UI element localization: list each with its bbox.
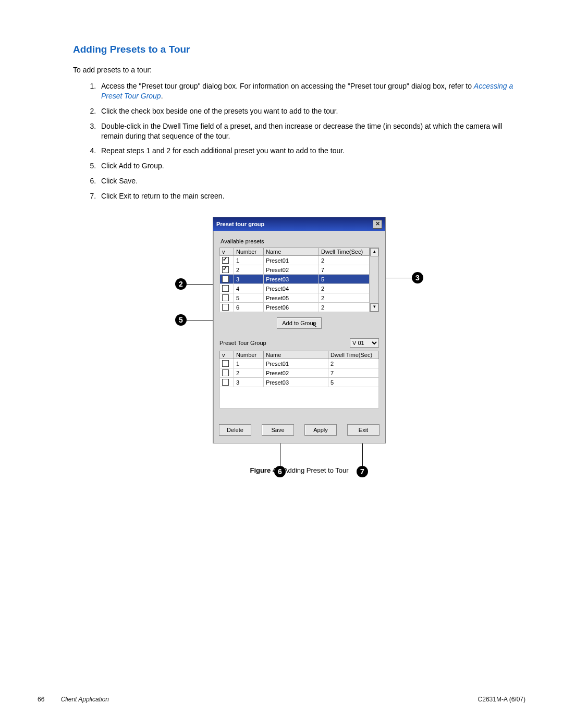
table-row[interactable]: 5Preset052	[220, 293, 370, 303]
cell-dwell[interactable]: 7	[328, 368, 379, 378]
preset-checkbox[interactable]	[222, 257, 229, 264]
preset-tour-group-dialog: Preset tour group ✕ Available presets v …	[213, 217, 386, 443]
cell-number: 3	[234, 378, 264, 387]
tour-group-table: v Number Name Dwell Time(Sec) 1Preset012…	[219, 351, 379, 387]
callout-2-lead	[187, 284, 213, 285]
preset-checkbox[interactable]	[222, 360, 229, 367]
scroll-down-icon[interactable]: ▾	[370, 303, 378, 312]
intro-text: To add presets to a tour:	[73, 66, 525, 74]
page-footer: 66 Client Application C2631M-A (6/07)	[0, 696, 563, 703]
cell-name: Preset04	[264, 284, 319, 293]
table-row[interactable]: 1Preset012	[220, 256, 370, 265]
cell-name: Preset05	[264, 293, 319, 303]
step-1: Access the "Preset tour group" dialog bo…	[98, 81, 525, 101]
available-presets-table: v Number Name Dwell Time(Sec) 1Preset012…	[219, 248, 370, 312]
col-name-2[interactable]: Name	[264, 351, 328, 359]
cell-name: Preset01	[264, 359, 328, 368]
preset-checkbox[interactable]	[222, 369, 229, 376]
col-dwell-2[interactable]: Dwell Time(Sec)	[328, 351, 379, 359]
figure-caption: Figure 47. Adding Preset to Tour	[185, 466, 414, 474]
preset-checkbox[interactable]	[222, 304, 229, 311]
cell-dwell[interactable]: 2	[319, 284, 370, 293]
close-icon[interactable]: ✕	[373, 220, 382, 229]
cell-dwell[interactable]: 5	[319, 275, 370, 284]
step-5: Click Add to Group.	[98, 161, 525, 171]
cell-name: Preset01	[264, 256, 319, 265]
step-6: Click Save.	[98, 176, 525, 186]
col-v[interactable]: v	[220, 248, 234, 256]
section-heading: Adding Presets to a Tour	[73, 44, 525, 55]
table-row[interactable]: 4Preset042	[220, 284, 370, 293]
cell-number: 1	[234, 359, 264, 368]
dialog-title: Preset tour group	[216, 221, 264, 227]
preset-checkbox[interactable]	[222, 379, 229, 386]
apply-button[interactable]: Apply	[304, 424, 337, 436]
step-1-text-b: .	[161, 92, 163, 100]
cell-dwell[interactable]: 2	[319, 256, 370, 265]
cursor-icon: ↖	[311, 320, 317, 329]
tour-group-select[interactable]: V 01	[350, 338, 379, 348]
figure-caption-text: Adding Preset to Tour	[282, 466, 349, 474]
callout-3: 3	[412, 272, 423, 283]
cell-dwell[interactable]: 5	[328, 378, 379, 387]
step-3: Double-click in the Dwell Time field of …	[98, 121, 525, 141]
callout-6: 6	[274, 466, 286, 477]
step-1-text-a: Access the "Preset tour group" dialog bo…	[101, 82, 474, 90]
page-number: 66	[38, 696, 44, 703]
scroll-up-icon[interactable]: ▴	[370, 248, 378, 256]
col-v-2[interactable]: v	[220, 351, 234, 359]
table-row[interactable]: 6Preset062	[220, 303, 370, 312]
cell-number: 2	[234, 368, 264, 378]
preset-checkbox[interactable]	[222, 266, 229, 273]
step-list: Access the "Preset tour group" dialog bo…	[73, 81, 525, 201]
cell-number: 2	[234, 265, 264, 275]
callout-5: 5	[175, 314, 187, 326]
table-row[interactable]: 3Preset035	[220, 378, 379, 387]
cell-name: Preset02	[264, 368, 328, 378]
available-table-wrap: v Number Name Dwell Time(Sec) 1Preset012…	[219, 248, 379, 312]
table-row[interactable]: 3Preset035	[220, 275, 370, 284]
table-row[interactable]: 2Preset027	[220, 265, 370, 275]
step-7: Click Exit to return to the main screen.	[98, 191, 525, 201]
table-row[interactable]: 2Preset027	[220, 368, 379, 378]
callout-2: 2	[175, 278, 187, 290]
cell-name: Preset06	[264, 303, 319, 312]
preset-checkbox[interactable]	[222, 285, 229, 292]
preset-checkbox[interactable]	[222, 294, 229, 301]
cell-number: 4	[234, 284, 264, 293]
cell-number: 6	[234, 303, 264, 312]
dialog-titlebar[interactable]: Preset tour group ✕	[213, 217, 385, 231]
cell-name: Preset03	[264, 378, 328, 387]
col-number-2[interactable]: Number	[234, 351, 264, 359]
cell-name: Preset02	[264, 265, 319, 275]
cell-name: Preset03	[264, 275, 319, 284]
callout-7: 7	[357, 466, 368, 477]
step-2: Click the check box beside one of the pr…	[98, 106, 525, 116]
step-4: Repeat steps 1 and 2 for each additional…	[98, 146, 525, 156]
footer-doc-id: C2631M-A (6/07)	[478, 696, 525, 703]
col-dwell[interactable]: Dwell Time(Sec)	[319, 248, 370, 256]
footer-app-name: Client Application	[61, 696, 109, 703]
exit-button[interactable]: Exit	[347, 424, 380, 436]
cell-dwell[interactable]: 2	[319, 293, 370, 303]
cell-number: 1	[234, 256, 264, 265]
col-number[interactable]: Number	[234, 248, 264, 256]
delete-button[interactable]: Delete	[219, 424, 251, 436]
preset-checkbox[interactable]	[222, 276, 229, 282]
available-presets-label: Available presets	[221, 238, 379, 244]
cell-dwell[interactable]: 2	[328, 359, 379, 368]
cell-number: 3	[234, 275, 264, 284]
available-scrollbar[interactable]: ▴ ▾	[370, 248, 379, 312]
figure-wrap: 2 3 5 6 7 Preset tour group ✕ Available …	[185, 217, 414, 474]
cell-dwell[interactable]: 7	[319, 265, 370, 275]
save-button[interactable]: Save	[262, 424, 294, 436]
table-row[interactable]: 1Preset012	[220, 359, 379, 368]
cell-number: 5	[234, 293, 264, 303]
preset-tour-group-label: Preset Tour Group	[219, 340, 266, 346]
cell-dwell[interactable]: 2	[319, 303, 370, 312]
col-name[interactable]: Name	[264, 248, 319, 256]
